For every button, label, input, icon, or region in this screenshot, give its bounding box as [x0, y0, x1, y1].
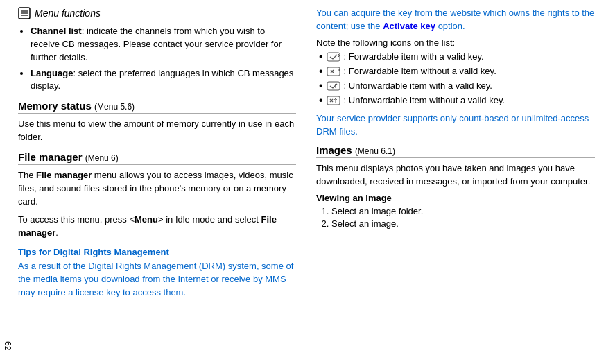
- menu-functions-header: Menu functions: [18, 7, 296, 19]
- svg-rect-14: [327, 82, 340, 90]
- bullet: •: [319, 51, 323, 62]
- note-text: Note the following icons on the list:: [316, 37, 595, 48]
- page-number: 62: [0, 7, 15, 357]
- list-item: Channel list: indicate the channels from…: [31, 25, 296, 64]
- forwardable-valid-icon: [326, 51, 341, 62]
- unforwardable-valid-text: : Unforwardable item with a valid key.: [344, 80, 492, 92]
- tips-heading: Tips for Digital Rights Management: [18, 247, 296, 257]
- images-body: This menu displays photos you have taken…: [316, 162, 595, 189]
- viewing-heading: Viewing an image: [316, 193, 595, 203]
- file-manager-bold: File manager: [36, 170, 92, 180]
- menu-icon: [18, 7, 31, 19]
- left-column: Menu functions Channel list: indicate th…: [15, 7, 306, 357]
- file-manager-heading: File manager (Menu 6): [18, 151, 296, 163]
- bullet: •: [319, 95, 323, 106]
- viewing-steps: Select an image folder. Select an image.: [316, 206, 595, 229]
- channel-list-label: Channel list: [31, 26, 82, 36]
- right-column: You can acquire the key from the website…: [306, 7, 605, 357]
- memory-status-divider: [18, 113, 296, 114]
- images-divider: [316, 157, 595, 158]
- unforwardable-valid-icon: [326, 80, 341, 92]
- menu-bold: Menu: [135, 214, 158, 225]
- icon-list: • : Forwardable item with a valid key. •: [316, 51, 595, 107]
- memory-status-body: Use this menu to view the amount of memo…: [18, 118, 296, 144]
- bullet: •: [319, 80, 323, 92]
- tips-body: As a result of the Digital Rights Manage…: [18, 260, 296, 300]
- menu-functions-title: Menu functions: [35, 8, 101, 19]
- list-item: Language: select the preferred languages…: [31, 67, 296, 94]
- list-item: • : Unforwardable item without a valid k…: [319, 94, 595, 107]
- bullet: •: [319, 66, 323, 77]
- right-intro: You can acquire the key from the website…: [316, 7, 595, 33]
- unforwardable-invalid-text: : Unforwardable item without a valid key…: [344, 94, 505, 107]
- file-manager-body2: To access this menu, press <Menu> in Idl…: [18, 214, 296, 240]
- svg-rect-4: [327, 53, 340, 61]
- forwardable-valid-text: : Forwardable item with a valid key.: [344, 51, 484, 63]
- svg-rect-8: [327, 67, 340, 76]
- language-label: Language: [31, 68, 73, 78]
- forwardable-invalid-text: : Forwardable item without a valid key.: [344, 65, 496, 78]
- activate-key-link[interactable]: Activate key: [383, 21, 435, 31]
- file-manager-divider: [18, 164, 296, 165]
- list-item: • : Unforwardable item with a valid key.: [319, 80, 595, 92]
- warning-text: Your service provider supports only coun…: [316, 112, 595, 139]
- memory-status-heading: Memory status (Menu 5.6): [18, 100, 296, 112]
- images-heading: Images (Menu 6.1): [316, 144, 595, 156]
- list-item: • : Forwardable item without a valid key…: [319, 65, 595, 78]
- list-item: Select an image.: [331, 218, 595, 229]
- forwardable-invalid-icon: [326, 66, 341, 77]
- file-manager-body1: The File manager menu allows you to acce…: [18, 169, 296, 209]
- menu-functions-list: Channel list: indicate the channels from…: [18, 25, 296, 93]
- list-item: Select an image folder.: [331, 206, 595, 216]
- page: 62 Menu functions Channel list: indicate…: [0, 0, 606, 364]
- list-item: • : Forwardable item with a valid key.: [319, 51, 595, 63]
- svg-rect-18: [327, 96, 340, 105]
- unforwardable-invalid-icon: [326, 95, 341, 106]
